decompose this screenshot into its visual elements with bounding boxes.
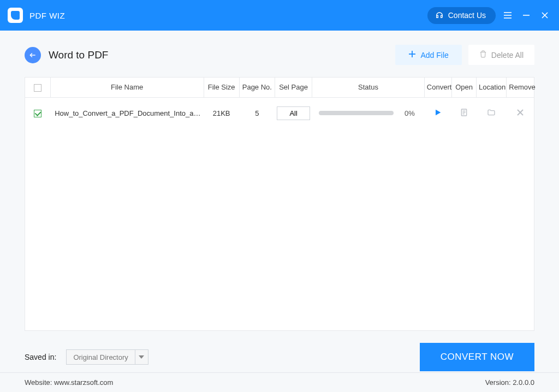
cell-pageno: 5	[239, 97, 275, 129]
headset-icon	[435, 10, 444, 21]
col-pageno: Page No.	[239, 78, 275, 97]
titlebar-right: Contact Us	[427, 7, 551, 24]
statusbar: Website: www.starzsoft.com Version: 2.0.…	[0, 372, 559, 392]
trash-icon	[479, 50, 487, 60]
page-header-left: Word to PDF	[25, 47, 108, 63]
col-filename: File Name	[50, 78, 204, 97]
titlebar-left: PDF WIZ	[8, 8, 65, 23]
contact-us-label: Contact Us	[448, 11, 486, 20]
sel-page-button[interactable]: All	[277, 106, 310, 120]
col-open: Open	[451, 78, 476, 97]
directory-select-value: Original Directory	[67, 353, 134, 361]
titlebar: PDF WIZ Contact Us	[0, 0, 559, 31]
back-button[interactable]	[25, 47, 41, 63]
content: Word to PDF Add File Delete All Fi	[0, 31, 559, 331]
menu-button[interactable]	[501, 9, 514, 22]
remove-row-button[interactable]	[516, 109, 524, 116]
saved-in-group: Saved in: Original Directory	[25, 349, 148, 365]
status-cell: 0%	[314, 109, 423, 117]
version-value: 2.0.0.0	[513, 378, 534, 387]
website-label: Website:	[25, 378, 52, 387]
select-all-checkbox[interactable]	[34, 84, 41, 92]
progress-bar	[319, 111, 394, 115]
minimize-button[interactable]	[520, 9, 533, 22]
page-title: Word to PDF	[49, 49, 108, 61]
progress-percent: 0%	[401, 109, 418, 117]
cell-filename: How_to_Convert_a_PDF_Document_Into_a_Pow…	[50, 97, 204, 129]
website-value: www.starzsoft.com	[54, 378, 113, 387]
convert-row-button[interactable]	[433, 108, 442, 117]
directory-select[interactable]: Original Directory	[66, 349, 148, 365]
delete-all-label: Delete All	[491, 51, 524, 60]
contact-us-button[interactable]: Contact Us	[427, 7, 496, 24]
version-label: Version:	[485, 378, 511, 387]
row-checkbox[interactable]	[34, 110, 41, 117]
app-name: PDF WIZ	[29, 11, 65, 20]
chevron-down-icon	[135, 350, 148, 364]
col-remove: Remove	[507, 78, 534, 97]
plus-icon	[408, 50, 416, 60]
app-logo	[8, 8, 23, 23]
close-window-button[interactable]	[538, 9, 551, 22]
col-convert: Convert	[424, 78, 451, 97]
svg-marker-16	[139, 355, 144, 359]
table-header-row: File Name File Size Page No. Sel Page St…	[25, 78, 534, 97]
col-selpage: Sel Page	[275, 78, 312, 97]
delete-all-button[interactable]: Delete All	[468, 45, 534, 65]
add-file-button[interactable]: Add File	[395, 45, 461, 65]
file-table: File Name File Size Page No. Sel Page St…	[25, 77, 534, 331]
open-row-button[interactable]	[460, 108, 468, 117]
location-row-button[interactable]	[486, 108, 496, 117]
page-header-right: Add File Delete All	[395, 45, 534, 65]
page-header: Word to PDF Add File Delete All	[25, 45, 534, 65]
add-file-label: Add File	[420, 51, 448, 60]
table-row: How_to_Convert_a_PDF_Document_Into_a_Pow…	[25, 97, 534, 129]
website-info: Website: www.starzsoft.com	[25, 378, 113, 387]
cell-filesize: 21KB	[204, 97, 239, 129]
saved-in-label: Saved in:	[25, 353, 56, 361]
convert-now-button[interactable]: CONVERT NOW	[420, 343, 534, 371]
svg-marker-9	[436, 109, 441, 115]
col-location: Location	[477, 78, 507, 97]
col-status: Status	[312, 78, 425, 97]
version-info: Version: 2.0.0.0	[485, 378, 534, 387]
col-filesize: File Size	[204, 78, 239, 97]
